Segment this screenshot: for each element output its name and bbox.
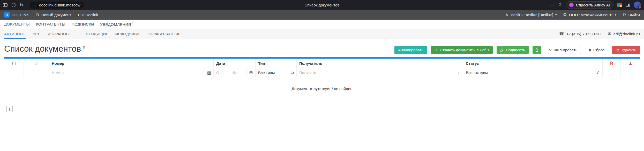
number-grid-icon[interactable]: ▦ xyxy=(205,68,213,77)
reset-button[interactable]: ✖ Сброс xyxy=(585,46,608,54)
pagination: 1 xyxy=(6,106,644,112)
header-favorite-cell: ☆ xyxy=(24,59,49,68)
filter-select-cell xyxy=(4,68,24,77)
email-contact[interactable]: ✉ edi@doclink.ru xyxy=(608,32,640,36)
select-all-checkbox[interactable] xyxy=(12,62,16,65)
sign-label: Подписать xyxy=(506,48,525,52)
filter-receiver-cell: ↓ xyxy=(297,68,463,77)
export-file-button[interactable] xyxy=(533,46,541,54)
favorite-star-icon[interactable]: ☆ xyxy=(34,60,39,66)
url-text: ddoclink.cislink.moscow xyxy=(39,3,80,7)
bookmark-icon[interactable] xyxy=(558,3,562,7)
page-title-text: Список документов xyxy=(4,44,81,53)
status-filter-value[interactable]: Все статусы xyxy=(463,68,594,77)
filter-label: Фильтровать xyxy=(554,48,577,52)
download-icon xyxy=(435,48,438,52)
date-from-input[interactable] xyxy=(214,68,230,77)
filter-funnel-icon xyxy=(549,48,552,52)
side-panels-icon[interactable] xyxy=(626,3,630,7)
main-nav-documents[interactable]: ДОКУМЕНТЫ xyxy=(4,22,30,26)
contacts: ☎ +7 (495) 737-30-20 ✉ edi@doclink.ru xyxy=(559,32,640,36)
app-header: D DOCLINK Новый документ EDI.Doclink xyxy=(0,10,644,20)
annul-button[interactable]: Аннулировать xyxy=(394,46,427,54)
header-pdf-cell xyxy=(603,59,621,68)
page-heading-row: Список документов0 Аннулировать Скачать … xyxy=(4,44,640,57)
download-all-icon[interactable] xyxy=(628,61,633,66)
header-select-cell xyxy=(4,59,24,68)
user-menu[interactable]: Basil02 Basil02 [Basil02] ▾ xyxy=(505,13,557,17)
phone-contact[interactable]: ☎ +7 (495) 737-30-20 xyxy=(559,32,601,36)
documents-table: ☆ Номер Дата Тип Получатель Статус xyxy=(4,57,640,100)
type-filter-value[interactable]: Все типы xyxy=(256,68,288,77)
alice-button[interactable]: Спросить Алису AI xyxy=(566,1,613,9)
sidebar-toggle-icon[interactable] xyxy=(3,3,8,7)
sub-nav-all[interactable]: ВСЕ xyxy=(33,29,41,39)
logout-button[interactable]: Выйти xyxy=(623,13,640,17)
browser-right-controls: ⋯ Спросить Алису AI xyxy=(550,1,641,9)
brand[interactable]: D DOCLINK xyxy=(4,12,29,18)
download-pdf-button[interactable]: Скачать документы в Pdf ▾ xyxy=(431,46,493,54)
reset-label: Сброс xyxy=(593,48,605,52)
brand-name: DOCLINK xyxy=(12,13,29,17)
tab-title: Список документов xyxy=(304,3,339,7)
overflow-icon[interactable]: ⋯ xyxy=(550,3,554,7)
reload-icon[interactable]: ↻ xyxy=(20,3,23,7)
receiver-sort-icon[interactable]: ↓ xyxy=(454,68,463,77)
main-nav-notifications[interactable]: УВЕДОМЛЕНИЯ0 xyxy=(100,22,133,27)
main-nav-counterparties[interactable]: КОНТРАГЕНТЫ xyxy=(36,22,65,26)
filter-number-cell: ▦ xyxy=(49,68,214,77)
documents-count: 0 xyxy=(83,45,85,49)
logout-label: Выйти xyxy=(628,13,640,17)
download-pdf-label: Скачать документы в Pdf xyxy=(440,48,485,52)
sign-button[interactable]: Подписать xyxy=(497,46,529,54)
sub-nav-processed[interactable]: ОБРАБОТАННЫЕ xyxy=(148,29,181,39)
header-download-cell xyxy=(621,59,640,68)
browser-profile-icon[interactable] xyxy=(12,3,16,7)
delete-button[interactable]: Удалить xyxy=(612,46,640,54)
page-1-button[interactable]: 1 xyxy=(6,106,13,112)
number-filter-input[interactable] xyxy=(49,68,205,77)
filter-status-cell: Все статусы ✓ xyxy=(463,68,603,77)
app-header-right: Basil02 Basil02 [Basil02] ▾ ⚙ ООО "МегаФ… xyxy=(505,13,640,17)
organization-menu[interactable]: ⚙ ООО "МегаФейкИнвент" ▾ xyxy=(563,13,616,17)
calendar-icon[interactable] xyxy=(246,68,255,77)
header-date[interactable]: Дата xyxy=(214,59,256,68)
main-nav-subscriptions[interactable]: ПОДПИСКИ xyxy=(72,22,94,26)
sub-nav-active[interactable]: АКТИВНЫЕ xyxy=(4,29,26,39)
header-status[interactable]: Статус xyxy=(463,59,603,68)
address-bar[interactable]: ddoclink.cislink.moscow xyxy=(29,2,84,9)
header-receiver[interactable]: Получатель xyxy=(297,59,463,68)
new-document-button[interactable]: Новый документ xyxy=(36,13,71,17)
pdf-file-icon[interactable] xyxy=(609,61,614,66)
edi-doclink-label: EDI.Doclink xyxy=(78,13,98,17)
browser-left-controls: ↻ ddoclink.cislink.moscow xyxy=(3,2,84,9)
gear-icon: ⚙ xyxy=(563,13,567,17)
export-file-icon xyxy=(535,48,539,52)
table-header-row: ☆ Номер Дата Тип Получатель Статус xyxy=(4,59,640,68)
extension-icon[interactable] xyxy=(617,3,622,7)
logout-icon xyxy=(623,13,626,17)
sign-icon xyxy=(500,48,504,52)
status-check-icon[interactable]: ✓ xyxy=(594,68,602,77)
filter-date-cell xyxy=(214,68,256,77)
empty-state-message: Документ отсутствует / не найден xyxy=(4,77,640,100)
filter-button[interactable]: Фильтровать xyxy=(545,46,581,54)
toolbar: Аннулировать Скачать документы в Pdf ▾ П… xyxy=(394,46,640,54)
type-folder-icon[interactable] xyxy=(288,68,296,77)
header-type[interactable]: Тип xyxy=(256,59,297,68)
sub-nav-divider xyxy=(79,31,79,36)
browser-avatar[interactable] xyxy=(634,2,641,9)
receiver-filter-input[interactable] xyxy=(297,68,454,77)
user-name: Basil02 Basil02 [Basil02] xyxy=(511,13,553,17)
alice-icon xyxy=(569,3,574,7)
header-number[interactable]: Номер xyxy=(49,59,214,68)
sub-nav-incoming[interactable]: ВХОДЯЩИЕ xyxy=(86,29,109,39)
sub-nav: АКТИВНЫЕ ВСЕ ИЗБРАННЫЕ ВХОДЯЩИЕ ИСХОДЯЩИ… xyxy=(0,29,644,39)
sub-nav-favorites[interactable]: ИЗБРАННЫЕ xyxy=(47,29,72,39)
page-title: Список документов0 xyxy=(4,44,85,54)
email-address: edi@doclink.ru xyxy=(613,32,640,36)
date-to-input[interactable] xyxy=(230,68,247,77)
edi-doclink-link[interactable]: EDI.Doclink xyxy=(78,13,98,17)
site-security-shield-icon xyxy=(33,3,37,7)
sub-nav-outgoing[interactable]: ИСХОДЯЩИЕ xyxy=(115,29,141,39)
